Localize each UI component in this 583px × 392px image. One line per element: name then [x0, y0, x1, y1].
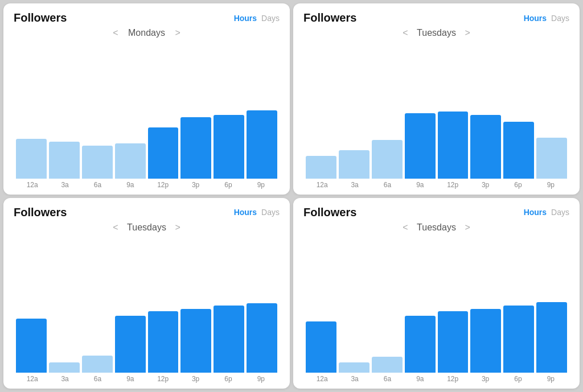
card-2-xlabel-1: 3a	[338, 181, 371, 189]
card-3-hours-button[interactable]: Hours	[234, 208, 257, 217]
card-2-next-arrow[interactable]: >	[465, 28, 470, 38]
card-2-xlabel-2: 6a	[371, 181, 404, 189]
card-4-bar-7	[536, 302, 567, 373]
card-2-xlabel-7: 9p	[535, 181, 567, 189]
card-3-xlabel-3: 9a	[114, 375, 146, 383]
card-4-xlabel-2: 6a	[371, 375, 404, 383]
card-3-xlabel-6: 6p	[212, 375, 244, 383]
card-2-days-button[interactable]: Days	[551, 14, 569, 23]
card-2-bar-2	[372, 140, 403, 179]
card-4-prev-arrow[interactable]: <	[403, 222, 408, 233]
card-3-next-arrow[interactable]: >	[175, 222, 180, 233]
card-1-hours-button[interactable]: Hours	[234, 14, 257, 23]
card-2-xlabel-4: 12p	[437, 181, 469, 189]
card-3-bar-1	[49, 362, 80, 373]
card-1-day-nav: <Mondays>	[14, 28, 280, 38]
card-4-bar-0	[306, 321, 336, 373]
card-3-xlabel-5: 3p	[179, 375, 212, 383]
card-2-bar-4	[438, 112, 469, 179]
card-3: FollowersHoursDays<Tuesdays>12a3a6a9a12p…	[3, 198, 290, 389]
card-1-chart: 12a3a6a9a12p3p6p9p	[14, 43, 280, 189]
card-1-bar-4	[148, 127, 179, 179]
card-4-xlabel-1: 3a	[338, 375, 371, 383]
card-2-xlabel-6: 6p	[502, 181, 534, 189]
card-3-chart: 12a3a6a9a12p3p6p9p	[14, 237, 280, 383]
card-2-x-labels: 12a3a6a9a12p3p6p9p	[303, 179, 569, 189]
card-2-prev-arrow[interactable]: <	[403, 28, 408, 38]
card-1-bar-5	[180, 117, 211, 179]
card-3-bar-5	[180, 309, 211, 373]
card-4-day-nav: <Tuesdays>	[303, 222, 569, 233]
card-3-header: FollowersHoursDays	[14, 206, 280, 219]
card-1-xlabel-6: 6p	[212, 181, 244, 189]
card-4-xlabel-0: 12a	[306, 375, 338, 383]
card-1-bar-3	[115, 143, 146, 179]
card-4-xlabel-7: 9p	[535, 375, 567, 383]
card-4-hours-button[interactable]: Hours	[524, 208, 547, 217]
card-1-xlabel-3: 9a	[114, 181, 146, 189]
card-2-chart: 12a3a6a9a12p3p6p9p	[303, 43, 569, 189]
card-2-header: FollowersHoursDays	[303, 11, 569, 24]
card-1-x-labels: 12a3a6a9a12p3p6p9p	[14, 179, 280, 189]
card-1-xlabel-7: 9p	[245, 181, 277, 189]
card-3-bar-0	[16, 319, 47, 373]
card-2-bar-3	[405, 113, 436, 179]
card-3-x-labels: 12a3a6a9a12p3p6p9p	[14, 373, 280, 383]
card-1-next-arrow[interactable]: >	[175, 28, 180, 38]
card-4-bar-4	[438, 311, 469, 373]
card-3-title: Followers	[14, 206, 67, 219]
card-4-title: Followers	[303, 206, 356, 219]
card-2-day-label: Tuesdays	[414, 28, 459, 38]
card-1-prev-arrow[interactable]: <	[113, 28, 118, 38]
card-2-bars	[303, 99, 569, 179]
card-1-bar-0	[16, 139, 47, 179]
card-3-bar-7	[247, 303, 277, 373]
card-1-header: FollowersHoursDays	[14, 11, 280, 24]
card-3-bars	[14, 293, 280, 373]
card-1: FollowersHoursDays<Mondays>12a3a6a9a12p3…	[3, 3, 290, 195]
card-2-title: Followers	[303, 11, 356, 24]
card-3-day-nav: <Tuesdays>	[14, 222, 280, 233]
card-2-bar-5	[470, 115, 501, 179]
card-4-bar-6	[503, 306, 534, 373]
card-2-bar-6	[503, 122, 534, 179]
card-1-days-button[interactable]: Days	[261, 14, 280, 23]
card-4-bars	[303, 293, 569, 373]
card-1-bar-2	[82, 146, 113, 179]
card-4-bar-3	[405, 316, 436, 373]
card-1-title: Followers	[14, 11, 67, 24]
card-4-xlabel-6: 6p	[502, 375, 534, 383]
card-4-days-button[interactable]: Days	[551, 208, 569, 217]
card-4-xlabel-5: 3p	[469, 375, 502, 383]
card-2-toggle-group: HoursDays	[524, 14, 569, 23]
card-4-xlabel-3: 9a	[404, 375, 436, 383]
card-2-xlabel-3: 9a	[404, 181, 436, 189]
card-3-bar-6	[214, 306, 244, 373]
card-1-xlabel-4: 12p	[147, 181, 179, 189]
card-3-bar-4	[148, 311, 179, 373]
card-4-toggle-group: HoursDays	[524, 208, 569, 217]
card-1-bar-1	[49, 142, 80, 179]
card-2-hours-button[interactable]: Hours	[524, 14, 547, 23]
card-1-toggle-group: HoursDays	[234, 14, 280, 23]
card-4-xlabel-4: 12p	[437, 375, 469, 383]
card-2: FollowersHoursDays<Tuesdays>12a3a6a9a12p…	[293, 3, 580, 195]
dashboard-grid: FollowersHoursDays<Mondays>12a3a6a9a12p3…	[0, 0, 583, 392]
card-4-bar-2	[372, 357, 403, 373]
card-3-days-button[interactable]: Days	[261, 208, 280, 217]
card-3-xlabel-1: 3a	[48, 375, 81, 383]
card-4-next-arrow[interactable]: >	[465, 222, 470, 233]
card-2-bar-0	[306, 156, 336, 179]
card-2-xlabel-5: 3p	[469, 181, 502, 189]
card-1-xlabel-1: 3a	[48, 181, 81, 189]
card-1-bar-6	[214, 115, 244, 179]
card-3-toggle-group: HoursDays	[234, 208, 280, 217]
card-1-bars	[14, 99, 280, 179]
card-3-prev-arrow[interactable]: <	[113, 222, 118, 233]
card-1-xlabel-5: 3p	[179, 181, 212, 189]
card-4: FollowersHoursDays<Tuesdays>12a3a6a9a12p…	[293, 198, 580, 389]
card-3-xlabel-2: 6a	[81, 375, 114, 383]
card-3-xlabel-7: 9p	[245, 375, 277, 383]
card-3-day-label: Tuesdays	[124, 222, 170, 233]
card-4-bar-1	[339, 362, 369, 373]
